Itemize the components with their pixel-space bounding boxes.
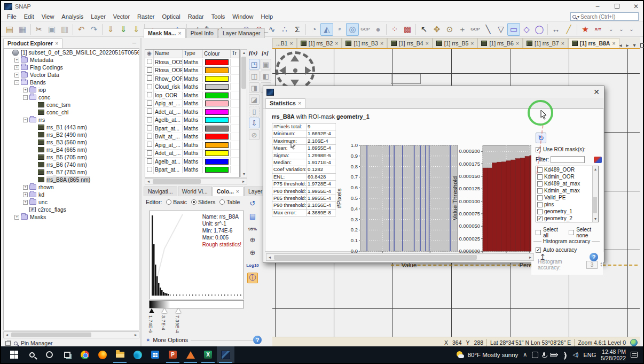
tree-expander-icon[interactable]: + xyxy=(14,65,19,70)
tree-item[interactable]: +Flag Codings xyxy=(4,64,139,71)
colour-histogram[interactable]: Name: rrs_B8A Unit: sr^-1 Min: 1.74E-6 M… xyxy=(149,211,244,299)
globe-icon[interactable] xyxy=(630,339,638,346)
graticule-icon[interactable]: # xyxy=(333,23,346,36)
tabs-scroll-right-icon[interactable]: ▸ xyxy=(626,42,629,48)
roi-visibility-icon[interactable]: ◎ xyxy=(346,23,359,36)
tree-item[interactable]: conc_chl xyxy=(4,109,139,116)
tab-product-explorer[interactable]: Product Explorer× xyxy=(3,38,62,48)
cut-icon[interactable]: ✂ xyxy=(33,23,45,36)
mask-visible-checkbox[interactable] xyxy=(147,134,152,139)
roi-mask-checkbox[interactable] xyxy=(537,202,543,207)
tab-world-view[interactable]: World Vi... xyxy=(178,187,212,196)
slider-handle-mid[interactable] xyxy=(162,308,167,313)
roi-mask-item-geometry_2[interactable]: geometry_2 xyxy=(536,215,598,222)
tree-item[interactable]: +kd xyxy=(4,191,139,198)
tab-statistics[interactable]: Statistics× xyxy=(265,98,305,108)
menu-view[interactable]: View xyxy=(38,12,58,21)
tree-expander-icon[interactable]: + xyxy=(23,88,28,92)
menu-edit[interactable]: Edit xyxy=(20,12,38,21)
tree-expander-icon[interactable]: + xyxy=(23,200,28,205)
tree-expander-icon[interactable]: + xyxy=(14,58,19,63)
wifi-icon[interactable] xyxy=(561,352,569,360)
gcp-manager-icon[interactable]: GCP xyxy=(359,23,372,36)
tree-item[interactable]: +rhown xyxy=(4,183,139,191)
tree-item[interactable]: rrs_B3 (560 nm) xyxy=(4,138,139,146)
roi-mask-item-kdmin_oor[interactable]: Kdmin_OOR xyxy=(536,173,598,180)
select-none-checkbox[interactable]: Select none xyxy=(569,227,603,238)
roi-mask-item-geometry_1[interactable]: geometry_1 xyxy=(536,208,598,215)
tree-expander-icon[interactable]: − xyxy=(23,118,28,122)
redo-icon[interactable]: ↷ xyxy=(88,23,100,36)
tree-item[interactable]: [1] subset_0_of_S2B_MSIL1C_20220516T0656… xyxy=(4,49,139,56)
menu-radar[interactable]: Radar xyxy=(184,12,208,21)
import-band-icon[interactable]: ⇓ xyxy=(104,23,117,36)
union-mask-icon[interactable]: ◫ xyxy=(249,71,260,81)
scatter-plot-icon[interactable]: ∴ xyxy=(278,23,291,36)
mask-visible-checkbox[interactable] xyxy=(147,109,152,114)
tree-item[interactable]: +iop xyxy=(4,86,139,94)
mask-row[interactable]: Bpart_at... Maths xyxy=(145,125,239,133)
search-box[interactable]: ▾ xyxy=(570,12,639,21)
microphone-icon[interactable] xyxy=(543,352,545,356)
tray-expand-icon[interactable]: ∧ xyxy=(523,351,527,358)
tabs-list-icon[interactable]: ▾ xyxy=(633,42,636,48)
mask-visible-checkbox[interactable] xyxy=(147,92,152,97)
mask-visible-checkbox[interactable] xyxy=(147,100,152,106)
zoom-to-mask-icon[interactable]: ⊘ xyxy=(249,129,260,140)
roi-mask-item-kd489_at_max[interactable]: Kd489_at_max xyxy=(536,180,598,187)
menu-file[interactable]: File xyxy=(3,12,20,21)
mask-row[interactable]: Agelb_at... Maths xyxy=(145,117,239,125)
select-tool-icon[interactable]: ↖ xyxy=(418,23,430,36)
mask-colour-swatch[interactable] xyxy=(205,100,229,106)
slider-handle-min[interactable] xyxy=(149,308,154,313)
dialog-title-bar[interactable]: ✕ xyxy=(263,86,604,98)
zoom-tool-icon[interactable]: ⊙ xyxy=(443,23,456,36)
new-mask-icon[interactable]: ◳ xyxy=(249,59,260,69)
geometry-visibility-icon[interactable]: ◔ xyxy=(308,23,320,36)
mask-colour-swatch[interactable] xyxy=(205,159,229,165)
start-button[interactable] xyxy=(5,346,23,363)
log10-display-button[interactable]: Log10 xyxy=(247,260,258,270)
roi-mask-item-valid_pe[interactable]: Valid_PE xyxy=(536,194,598,201)
document-tab--1-rrs-b3[interactable]: [1] rrs_B3× xyxy=(342,38,387,48)
tab-close-icon[interactable]: × xyxy=(236,188,239,195)
stretch-vertical-icon[interactable]: ⊕ xyxy=(247,234,258,245)
mask-colour-swatch[interactable] xyxy=(205,126,229,131)
value-range-button[interactable]: [x] xyxy=(262,49,269,56)
undo-icon[interactable]: ↶ xyxy=(75,23,88,36)
scroll-down-icon[interactable]: ▾ xyxy=(241,171,247,177)
range-finder-icon[interactable]: ↔ xyxy=(549,23,562,36)
scroll-up-icon[interactable]: ▴ xyxy=(241,50,247,56)
language-indicator[interactable]: ENG xyxy=(583,352,596,358)
menu-layer[interactable]: Layer xyxy=(87,12,109,21)
use-roi-checkbox[interactable]: Use ROI mask(s): xyxy=(536,146,585,152)
tab-close-icon[interactable]: × xyxy=(335,40,338,47)
tab-close-icon[interactable]: × xyxy=(178,30,182,36)
notification-center-icon[interactable] xyxy=(631,352,638,358)
mask-colour-swatch[interactable] xyxy=(205,167,229,173)
pan-right-icon[interactable] xyxy=(305,66,311,75)
pin-placing-icon[interactable]: + xyxy=(456,23,469,36)
mask-visible-checkbox[interactable] xyxy=(147,59,152,64)
minimize-button[interactable]: – xyxy=(594,3,601,10)
help-button[interactable]: ? xyxy=(253,336,262,344)
tree-item[interactable]: rrs_B2 (490 nm) xyxy=(4,131,139,138)
radio-basic[interactable]: Basic xyxy=(166,199,187,205)
roi-mask-checkbox[interactable] xyxy=(537,195,543,200)
tree-item[interactable]: rrs_B5 (705 nm) xyxy=(4,153,139,161)
document-tab--1-rrs-b5[interactable]: [1] rrs_B5× xyxy=(433,38,478,48)
roi-mask-checkbox[interactable] xyxy=(537,181,543,187)
graph-builder-icon[interactable]: ⁘ xyxy=(388,23,401,36)
copy-mask-icon[interactable]: ▣ xyxy=(261,59,271,69)
save-product-icon[interactable]: ▦ xyxy=(16,23,29,36)
batch-processing-icon[interactable]: ▩ xyxy=(401,23,414,36)
mask-visible-checkbox[interactable] xyxy=(147,150,152,156)
delete-mask-icon[interactable]: ▯ xyxy=(249,106,260,117)
tab-close-icon[interactable]: × xyxy=(55,40,58,47)
open-product-icon[interactable]: ▤ xyxy=(3,23,16,36)
slider-handle-max[interactable] xyxy=(176,308,181,313)
mask-visible-checkbox[interactable] xyxy=(147,117,152,122)
mask-row[interactable]: Apig_at_... Maths xyxy=(145,100,239,109)
tree-expander-icon[interactable]: + xyxy=(23,185,28,190)
tree-item[interactable]: −Bands xyxy=(4,79,139,86)
